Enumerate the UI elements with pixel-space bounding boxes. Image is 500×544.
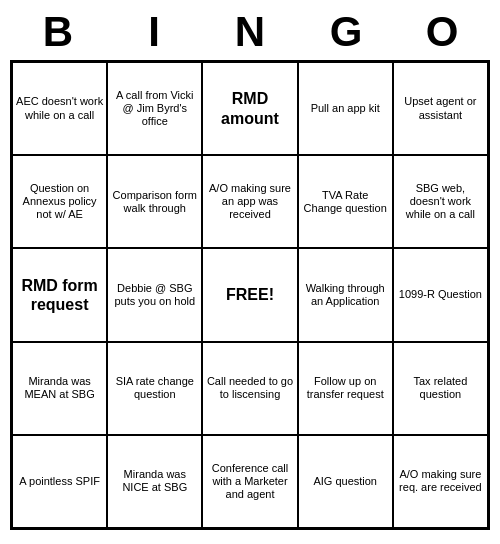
bingo-cell-r2-c0: RMD form request — [12, 248, 107, 341]
bingo-cell-r4-c4: A/O making sure req. are received — [393, 435, 488, 528]
header-letter: O — [398, 8, 486, 56]
bingo-cell-r3-c0: Miranda was MEAN at SBG — [12, 342, 107, 435]
bingo-cell-r3-c3: Follow up on transfer request — [298, 342, 393, 435]
bingo-cell-r1-c2: A/O making sure an app was received — [202, 155, 297, 248]
bingo-cell-r0-c4: Upset agent or assistant — [393, 62, 488, 155]
bingo-cell-r1-c4: SBG web, doesn't work while on a call — [393, 155, 488, 248]
header-letter: N — [206, 8, 294, 56]
bingo-cell-r3-c4: Tax related question — [393, 342, 488, 435]
bingo-cell-r1-c1: Comparison form walk through — [107, 155, 202, 248]
bingo-cell-r3-c2: Call needed to go to liscensing — [202, 342, 297, 435]
bingo-cell-r2-c4: 1099-R Question — [393, 248, 488, 341]
bingo-cell-r4-c1: Miranda was NICE at SBG — [107, 435, 202, 528]
header-letter: I — [110, 8, 198, 56]
bingo-grid: AEC doesn't work while on a callA call f… — [10, 60, 490, 530]
bingo-cell-r0-c3: Pull an app kit — [298, 62, 393, 155]
bingo-cell-r4-c3: AIG question — [298, 435, 393, 528]
bingo-cell-r0-c1: A call from Vicki @ Jim Byrd's office — [107, 62, 202, 155]
bingo-cell-r2-c1: Debbie @ SBG puts you on hold — [107, 248, 202, 341]
bingo-cell-r0-c2: RMD amount — [202, 62, 297, 155]
bingo-cell-r2-c3: Walking through an Application — [298, 248, 393, 341]
bingo-header: BINGO — [10, 0, 490, 60]
bingo-cell-r4-c0: A pointless SPIF — [12, 435, 107, 528]
header-letter: G — [302, 8, 390, 56]
bingo-cell-r2-c2: FREE! — [202, 248, 297, 341]
bingo-cell-r4-c2: Conference call with a Marketer and agen… — [202, 435, 297, 528]
bingo-cell-r1-c0: Question on Annexus policy not w/ AE — [12, 155, 107, 248]
header-letter: B — [14, 8, 102, 56]
bingo-cell-r0-c0: AEC doesn't work while on a call — [12, 62, 107, 155]
bingo-cell-r3-c1: SIA rate change question — [107, 342, 202, 435]
bingo-cell-r1-c3: TVA Rate Change question — [298, 155, 393, 248]
